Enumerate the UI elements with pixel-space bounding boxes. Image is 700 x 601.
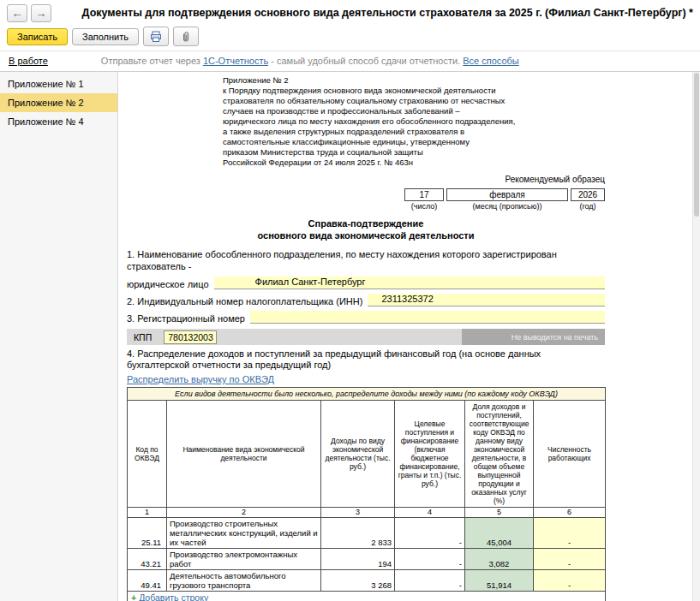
main-area: Приложение № 2 к Порядку подтверждения о… bbox=[118, 72, 700, 601]
date-year-caption: (год) bbox=[579, 202, 595, 211]
colnum-3: 3 bbox=[321, 508, 395, 518]
status-link[interactable]: В работе bbox=[9, 56, 48, 66]
status-bar: В работе Отправьте отчет через 1С-Отчетн… bbox=[0, 51, 700, 72]
date-row: 17 (число) февраля (месяц (прописью)) 20… bbox=[127, 188, 605, 211]
form-content: Приложение № 2 к Порядку подтверждения о… bbox=[127, 75, 605, 601]
app-window: ← → Документы для подтверждения основног… bbox=[0, 0, 700, 601]
add-row-cell: +Добавить строку bbox=[128, 592, 606, 601]
kpp-field[interactable]: 780132003 bbox=[164, 330, 217, 344]
cell-activity-name[interactable]: Производство строительных металлических … bbox=[167, 518, 321, 549]
colnum-6: 6 bbox=[534, 508, 606, 518]
table-header-row: Код по ОКВЭД Наименование вида экономиче… bbox=[128, 401, 606, 508]
distribute-revenue-link[interactable]: Распределить выручку по ОКВЭД bbox=[127, 374, 274, 384]
header-name: Наименование вида экономической деятельн… bbox=[167, 401, 321, 508]
field2-row: 2. Индивидуальный номер налогоплательщик… bbox=[127, 294, 605, 306]
save-button[interactable]: Записать bbox=[7, 28, 68, 45]
subdivision-name-field[interactable]: Филиал Санкт-Петербург bbox=[214, 277, 605, 289]
cell-code[interactable]: x 43.21 bbox=[128, 549, 167, 570]
vertical-scrollbar[interactable] bbox=[692, 72, 700, 601]
form-title-line1: Справка-подтверждение bbox=[127, 217, 605, 229]
cell-workers[interactable]: - bbox=[534, 570, 606, 592]
status-message: Отправьте отчет через 1С-Отчетность - са… bbox=[101, 56, 519, 66]
scrollbar-thumb[interactable] bbox=[694, 73, 699, 217]
date-year-group: 2026 (год) bbox=[571, 188, 605, 211]
form-title: Справка-подтверждение основного вида эко… bbox=[127, 217, 605, 241]
back-button[interactable]: ← bbox=[7, 4, 27, 22]
forward-button[interactable]: → bbox=[31, 4, 51, 22]
cell-activity-name[interactable]: Деятельность автомобильного грузового тр… bbox=[167, 570, 321, 592]
page-title: Документы для подтверждения основного ви… bbox=[82, 7, 693, 19]
cell-code[interactable]: x 25.11 bbox=[128, 518, 167, 549]
table-row: x 49.41 Деятельность автомобильного груз… bbox=[128, 570, 606, 592]
colnum-1: 1 bbox=[128, 508, 167, 518]
cell-share: 51,914 bbox=[465, 570, 534, 592]
kpp-label: КПП bbox=[134, 332, 152, 342]
cell-target[interactable]: - bbox=[395, 570, 465, 592]
field1-label2: юридическое лицо bbox=[127, 279, 209, 289]
colnum-5: 5 bbox=[465, 508, 534, 518]
add-row-link[interactable]: Добавить строку bbox=[139, 592, 208, 601]
cell-workers[interactable]: - bbox=[534, 549, 606, 570]
cell-activity-name[interactable]: Производство электромонтажных работ bbox=[167, 549, 321, 570]
form-title-line2: основного вида экономической деятельност… bbox=[127, 229, 605, 241]
field1-row: юридическое лицо Филиал Санкт-Петербург bbox=[127, 277, 605, 289]
link-1c-reporting[interactable]: 1С-Отчетность bbox=[203, 56, 268, 66]
cell-target[interactable]: - bbox=[395, 518, 465, 549]
section4-label: 4. Распределение доходов и поступлений з… bbox=[127, 348, 605, 371]
date-month-caption: (месяц (прописью)) bbox=[473, 202, 542, 211]
date-month-field[interactable]: февраля bbox=[446, 188, 568, 201]
appendix-header-text: Приложение № 2 к Порядку подтверждения о… bbox=[223, 75, 605, 168]
sidebar-item-appendix-2[interactable]: Приложение № 2 bbox=[0, 93, 117, 112]
table-row: x 43.21 Производство электромонтажных ра… bbox=[128, 549, 606, 570]
field2-label: 2. Индивидуальный номер налогоплательщик… bbox=[127, 296, 362, 306]
back-arrow-icon: ← bbox=[11, 7, 22, 20]
field1-label: 1. Наименование обособленного подразделе… bbox=[127, 248, 605, 272]
code-value: 49.41 bbox=[141, 580, 161, 590]
recommended-sample-label: Рекомендуемый образец bbox=[127, 175, 605, 184]
sidebar-item-appendix-1[interactable]: Приложение № 1 bbox=[0, 74, 117, 93]
printer-icon bbox=[150, 31, 162, 43]
kpp-print-note: Не выводится на печать bbox=[462, 329, 605, 345]
okved-table: Если видов деятельности было несколько, … bbox=[127, 387, 606, 601]
field3-label: 3. Регистрационный номер bbox=[127, 313, 245, 324]
column-numbers-row: 1 2 3 4 5 6 bbox=[128, 508, 606, 518]
header-income: Доходы по виду экономической деятельност… bbox=[321, 401, 395, 508]
colnum-2: 2 bbox=[167, 508, 321, 518]
fill-button[interactable]: Заполнить bbox=[72, 28, 139, 45]
date-day-field[interactable]: 17 bbox=[404, 188, 444, 201]
colnum-4: 4 bbox=[395, 508, 465, 518]
appendix-sidebar: Приложение № 1 Приложение № 2 Приложение… bbox=[0, 72, 118, 601]
table-note-row: Если видов деятельности было несколько, … bbox=[128, 388, 606, 401]
cell-target[interactable]: - bbox=[395, 549, 465, 570]
code-value: 25.11 bbox=[141, 538, 161, 547]
status-text-prefix: Отправьте отчет через bbox=[101, 56, 203, 66]
cell-income[interactable]: 194 bbox=[321, 549, 395, 570]
header-share: Доля доходов и поступлений, соответствую… bbox=[465, 401, 534, 508]
cell-share: 45,004 bbox=[465, 518, 534, 549]
date-year-field[interactable]: 2026 bbox=[571, 188, 605, 201]
plus-icon: + bbox=[131, 592, 136, 601]
date-day-caption: (число) bbox=[411, 202, 438, 211]
table-row: x 25.11 Производство строительных металл… bbox=[128, 518, 606, 549]
registration-number-field[interactable] bbox=[250, 311, 605, 324]
paperclip-icon bbox=[180, 31, 192, 43]
cell-income[interactable]: 3 268 bbox=[321, 570, 395, 592]
link-all-methods[interactable]: Все способы bbox=[463, 56, 519, 66]
cell-income[interactable]: 2 833 bbox=[321, 518, 395, 549]
cell-code[interactable]: x 49.41 bbox=[128, 570, 167, 592]
body: Приложение № 1 Приложение № 2 Приложение… bbox=[0, 72, 700, 601]
inn-field[interactable]: 2311325372 bbox=[368, 294, 605, 306]
field3-row: 3. Регистрационный номер bbox=[127, 311, 605, 324]
print-button[interactable] bbox=[143, 27, 169, 46]
cell-share: 3,082 bbox=[465, 549, 534, 570]
kpp-bar: КПП 780132003 Не выводится на печать bbox=[127, 329, 605, 345]
attachments-button[interactable] bbox=[173, 27, 199, 46]
status-text-middle: - самый удобный способ сдачи отчетности. bbox=[268, 56, 463, 66]
sidebar-item-appendix-4[interactable]: Приложение № 4 bbox=[0, 112, 117, 131]
toolbar: Записать Заполнить bbox=[0, 24, 700, 51]
cell-workers[interactable]: - bbox=[534, 518, 606, 549]
add-row: +Добавить строку bbox=[128, 592, 606, 601]
date-day-group: 17 (число) bbox=[404, 188, 444, 211]
table-note: Если видов деятельности было несколько, … bbox=[128, 388, 606, 401]
code-value: 43.21 bbox=[141, 559, 161, 568]
